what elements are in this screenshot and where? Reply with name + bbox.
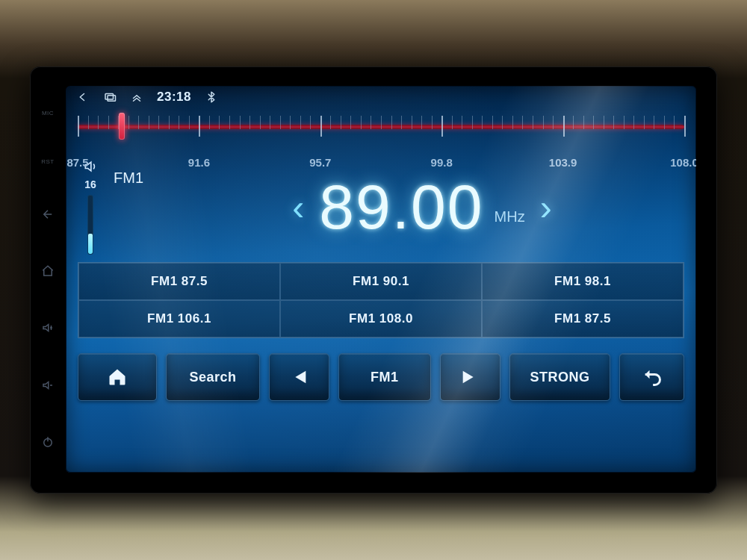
dial-cursor[interactable] xyxy=(119,113,125,140)
hardware-button-rail: MIC RST xyxy=(34,89,61,471)
frequency-dial[interactable]: 87.591.695.799.8103.9108.0 xyxy=(78,110,684,156)
hw-vol-down-icon[interactable] xyxy=(41,379,55,393)
mic-label: MIC xyxy=(42,110,54,116)
preset-6[interactable]: FM1 87.5 xyxy=(482,300,684,337)
seek-next-button[interactable] xyxy=(440,353,500,401)
hw-home-icon[interactable] xyxy=(41,264,55,279)
back-soft-icon[interactable] xyxy=(76,90,90,104)
dial-label: 87.5 xyxy=(66,156,88,169)
tune-down-chevron-icon[interactable]: ‹ xyxy=(292,187,304,228)
preset-grid: FM1 87.5 FM1 90.1 FM1 98.1 FM1 106.1 FM1… xyxy=(78,262,684,338)
volume-column: 16 xyxy=(78,159,103,255)
volume-bar[interactable] xyxy=(87,195,93,255)
preset-3[interactable]: FM1 98.1 xyxy=(482,263,684,300)
band-button[interactable]: FM1 xyxy=(338,353,431,401)
preset-4[interactable]: FM1 106.1 xyxy=(78,300,280,337)
dial-label: 99.8 xyxy=(431,156,453,169)
photo-scene: MIC RST 23:18 xyxy=(0,0,747,560)
android-status-bar: 23:18 xyxy=(66,86,696,108)
recent-apps-icon[interactable] xyxy=(103,90,117,104)
head-unit-device: MIC RST 23:18 xyxy=(30,66,717,494)
bluetooth-icon xyxy=(205,90,218,104)
hw-vol-up-icon[interactable] xyxy=(41,321,55,336)
seek-prev-button[interactable] xyxy=(269,353,329,401)
return-button[interactable] xyxy=(619,353,684,401)
expand-up-icon[interactable] xyxy=(130,90,143,104)
frequency-value: 89.00 xyxy=(319,175,483,238)
preset-1[interactable]: FM1 87.5 xyxy=(78,263,280,300)
bottom-toolbar: Search FM1 STRONG xyxy=(78,353,684,401)
search-button[interactable]: Search xyxy=(166,353,260,401)
dial-label: 103.9 xyxy=(549,156,577,169)
home-button[interactable] xyxy=(78,353,157,401)
band-button-label: FM1 xyxy=(371,370,399,385)
frequency-unit: MHz xyxy=(495,208,525,225)
scan-mode-button[interactable]: STRONG xyxy=(509,353,610,401)
svg-rect-1 xyxy=(105,94,114,100)
dial-label: 91.6 xyxy=(188,156,210,169)
search-button-label: Search xyxy=(190,370,237,385)
volume-level: 16 xyxy=(84,178,96,190)
clock: 23:18 xyxy=(157,90,191,105)
preset-5[interactable]: FM1 108.0 xyxy=(280,300,482,337)
dial-label: 95.7 xyxy=(309,156,331,169)
reset-label: RST xyxy=(41,158,55,165)
frequency-display: ‹ 89.00 MHz › xyxy=(163,175,681,238)
frequency-row: 16 FM1 ‹ 89.00 MHz › xyxy=(66,156,696,255)
hw-back-icon[interactable] xyxy=(41,208,55,223)
band-label[interactable]: FM1 xyxy=(114,169,157,187)
dial-label: 108.0 xyxy=(670,156,696,169)
hw-power-icon[interactable] xyxy=(41,435,55,450)
touchscreen: 23:18 87.591.695.799.8103.9108.0 16 FM1 xyxy=(66,86,696,473)
svg-rect-2 xyxy=(108,96,116,102)
dial-ticks xyxy=(78,116,684,138)
preset-2[interactable]: FM1 90.1 xyxy=(280,263,482,300)
tune-up-chevron-icon[interactable]: › xyxy=(540,187,552,228)
scan-mode-label: STRONG xyxy=(530,370,589,385)
